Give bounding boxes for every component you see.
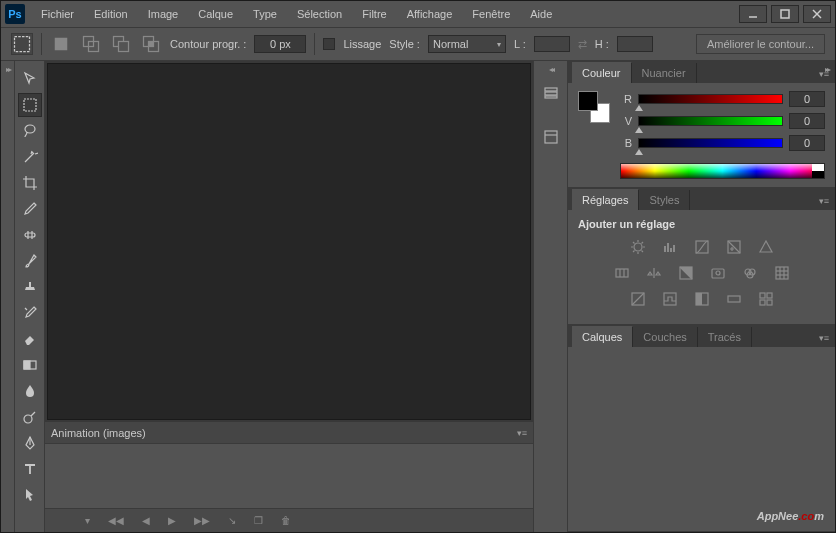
- menu-select[interactable]: Sélection: [287, 4, 352, 24]
- height-input[interactable]: [617, 36, 653, 52]
- anim-next-button[interactable]: ▶▶: [194, 515, 210, 526]
- svg-rect-46: [728, 296, 740, 302]
- blur-tool[interactable]: [18, 379, 42, 403]
- healing-brush-tool[interactable]: [18, 223, 42, 247]
- anim-prev-button[interactable]: ◀: [142, 515, 150, 526]
- anim-play-button[interactable]: ▶: [168, 515, 176, 526]
- path-select-tool[interactable]: [18, 483, 42, 507]
- minimize-button[interactable]: [739, 5, 767, 23]
- history-brush-tool[interactable]: [18, 301, 42, 325]
- gradient-map-icon[interactable]: [725, 290, 743, 308]
- anim-delete-button[interactable]: 🗑: [281, 515, 291, 526]
- color-spectrum[interactable]: [620, 163, 825, 179]
- double-chevron-left-icon[interactable]: ◂◂: [549, 65, 553, 74]
- menu-help[interactable]: Aide: [520, 4, 562, 24]
- tab-adjustments[interactable]: Réglages: [572, 189, 639, 210]
- sel-subtract-icon[interactable]: [110, 33, 132, 55]
- slider-v[interactable]: [638, 116, 783, 126]
- menu-window[interactable]: Fenêtre: [462, 4, 520, 24]
- tab-color[interactable]: Couleur: [572, 62, 632, 83]
- antialias-checkbox[interactable]: [323, 38, 335, 50]
- pen-tool[interactable]: [18, 431, 42, 455]
- app-logo: Ps: [5, 4, 25, 24]
- menu-edit[interactable]: Edition: [84, 4, 138, 24]
- lasso-tool[interactable]: [18, 119, 42, 143]
- slider-r[interactable]: [638, 94, 783, 104]
- tab-channels[interactable]: Couches: [633, 327, 697, 347]
- marquee-tool-icon[interactable]: [11, 33, 33, 55]
- close-button[interactable]: [803, 5, 831, 23]
- tab-swatches[interactable]: Nuancier: [632, 63, 697, 83]
- feather-input[interactable]: [254, 35, 306, 53]
- tab-styles[interactable]: Styles: [639, 190, 690, 210]
- eraser-tool[interactable]: [18, 327, 42, 351]
- clone-stamp-tool[interactable]: [18, 275, 42, 299]
- maximize-button[interactable]: [771, 5, 799, 23]
- menu-filter[interactable]: Filtre: [352, 4, 396, 24]
- tools-panel: [15, 61, 45, 532]
- value-r-input[interactable]: [789, 91, 825, 107]
- document-area: Animation (images) ▾≡ ▾ ◀◀ ◀ ▶ ▶▶ ↘ ❐ 🗑: [45, 61, 533, 532]
- menu-view[interactable]: Affichage: [397, 4, 463, 24]
- crop-tool[interactable]: [18, 171, 42, 195]
- tab-layers[interactable]: Calques: [572, 326, 633, 347]
- canvas[interactable]: [47, 63, 531, 420]
- menu-image[interactable]: Image: [138, 4, 189, 24]
- double-chevron-right-icon[interactable]: ▸▸: [825, 65, 829, 74]
- tools-expand-grip[interactable]: ▸▸: [1, 61, 15, 532]
- invert-icon[interactable]: [629, 290, 647, 308]
- fg-bg-swatches[interactable]: [578, 91, 610, 123]
- tab-paths[interactable]: Tracés: [698, 327, 752, 347]
- threshold-icon[interactable]: [693, 290, 711, 308]
- sel-intersect-icon[interactable]: [140, 33, 162, 55]
- dodge-tool[interactable]: [18, 405, 42, 429]
- channel-mixer-icon[interactable]: [741, 264, 759, 282]
- refine-edge-button[interactable]: Améliorer le contour...: [696, 34, 825, 54]
- swap-wh-icon[interactable]: ⇄: [578, 38, 587, 51]
- anim-tween-button[interactable]: ↘: [228, 515, 236, 526]
- anim-loop-select[interactable]: ▾: [85, 515, 90, 526]
- foreground-swatch[interactable]: [578, 91, 598, 111]
- anim-new-frame-button[interactable]: ❐: [254, 515, 263, 526]
- vibrance-icon[interactable]: [757, 238, 775, 256]
- sel-new-icon[interactable]: [50, 33, 72, 55]
- layers-list[interactable]: [568, 347, 835, 497]
- selective-color-icon[interactable]: [757, 290, 775, 308]
- magic-wand-tool[interactable]: [18, 145, 42, 169]
- sel-add-icon[interactable]: [80, 33, 102, 55]
- menu-layer[interactable]: Calque: [188, 4, 243, 24]
- type-tool[interactable]: [18, 457, 42, 481]
- curves-icon[interactable]: [693, 238, 711, 256]
- panel-menu-icon[interactable]: ▾≡: [813, 329, 835, 347]
- marquee-tool[interactable]: [18, 93, 42, 117]
- panel-menu-icon[interactable]: ▾≡: [813, 192, 835, 210]
- slider-b[interactable]: [638, 138, 783, 148]
- levels-icon[interactable]: [661, 238, 679, 256]
- value-v-input[interactable]: [789, 113, 825, 129]
- anim-first-button[interactable]: ◀◀: [108, 515, 124, 526]
- eyedropper-tool[interactable]: [18, 197, 42, 221]
- value-b-input[interactable]: [789, 135, 825, 151]
- panel-menu-icon[interactable]: ▾≡: [813, 65, 835, 83]
- black-white-icon[interactable]: [677, 264, 695, 282]
- gradient-tool[interactable]: [18, 353, 42, 377]
- width-input[interactable]: [534, 36, 570, 52]
- properties-panel-icon[interactable]: [539, 125, 563, 149]
- animation-panel-header[interactable]: Animation (images) ▾≡: [45, 422, 533, 444]
- posterize-icon[interactable]: [661, 290, 679, 308]
- history-panel-icon[interactable]: [539, 81, 563, 105]
- brightness-contrast-icon[interactable]: [629, 238, 647, 256]
- svg-rect-49: [760, 300, 765, 305]
- menu-file[interactable]: Fichier: [31, 4, 84, 24]
- exposure-icon[interactable]: [725, 238, 743, 256]
- style-select[interactable]: Normal▾: [428, 35, 506, 53]
- photo-filter-icon[interactable]: [709, 264, 727, 282]
- color-balance-icon[interactable]: [645, 264, 663, 282]
- move-tool[interactable]: [18, 67, 42, 91]
- color-lookup-icon[interactable]: [773, 264, 791, 282]
- bw-ramp[interactable]: [812, 164, 824, 178]
- brush-tool[interactable]: [18, 249, 42, 273]
- hue-sat-icon[interactable]: [613, 264, 631, 282]
- menu-type[interactable]: Type: [243, 4, 287, 24]
- panel-menu-icon[interactable]: ▾≡: [517, 428, 527, 438]
